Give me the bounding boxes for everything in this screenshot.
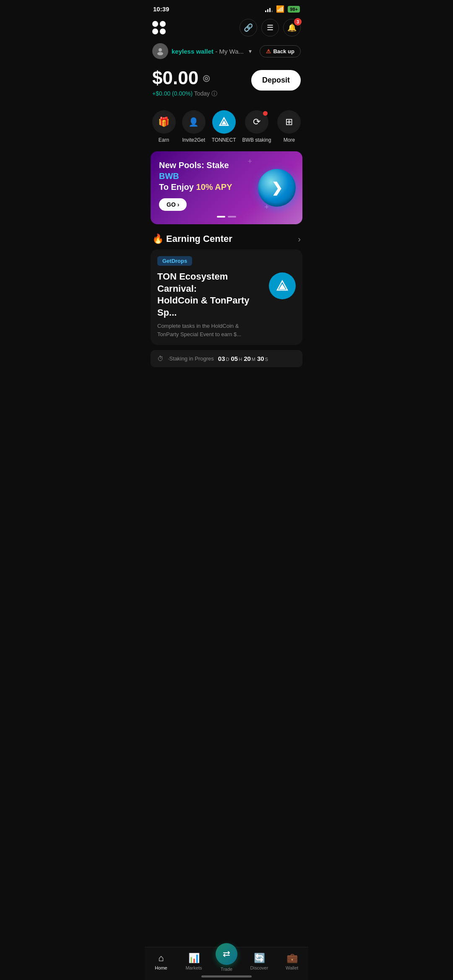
svg-point-0 — [159, 48, 162, 52]
bwb-icon-circle: ⟳ — [245, 110, 268, 134]
decoration-plus-1: + — [247, 157, 252, 166]
warning-icon: ⚠ — [266, 48, 271, 54]
card-description: Complete tasks in the HoldCoin &TonParty… — [157, 322, 264, 338]
wallet-avatar — [152, 43, 168, 59]
quick-actions: 🎁 Earn 👤 Invite2Get TONNECT ⟳ BWB stakin… — [145, 106, 308, 143]
promo-banner[interactable]: New Pools: Stake BWB To Enjoy 10% APY GO… — [151, 151, 302, 224]
tonnect-icon-circle — [212, 110, 236, 134]
earning-center-header: 🔥 Earning Center › — [145, 224, 308, 249]
staking-icon: ⏱ — [157, 355, 164, 362]
more-icon-circle: ⊞ — [277, 110, 301, 134]
person-add-icon: 👤 — [188, 117, 199, 127]
action-bwb[interactable]: ⟳ BWB staking — [242, 110, 271, 143]
banner-dots — [159, 216, 294, 218]
card-title: TON Ecosystem Carnival:HoldCoin & TonPar… — [157, 271, 264, 319]
staking-timer: 03 D 05 H 20 M 30 S — [218, 355, 268, 362]
timer-seconds: 30 S — [257, 355, 268, 362]
earning-center-title: 🔥 Earning Center — [152, 233, 232, 244]
more-label: More — [284, 137, 295, 143]
backup-button[interactable]: ⚠ Back up — [260, 45, 301, 57]
banner-dot-2[interactable] — [228, 216, 236, 218]
action-tonnect[interactable]: TONNECT — [212, 110, 236, 143]
balance-left: $0.00 ◎ +$0.00 (0.00%) Today ⓘ — [152, 67, 217, 98]
wifi-icon: 📶 — [276, 5, 284, 13]
menu-button[interactable]: ☰ — [261, 19, 279, 36]
gift-icon: 🎁 — [158, 117, 169, 127]
timer-days: 03 D — [218, 355, 229, 362]
balance-amount: $0.00 ◎ — [152, 67, 217, 88]
timer-hours: 05 H — [231, 355, 242, 362]
banner-go-button[interactable]: GO › — [159, 198, 187, 211]
notification-button[interactable]: 🔔 3 — [283, 19, 301, 36]
balance-section: $0.00 ◎ +$0.00 (0.00%) Today ⓘ Deposit — [145, 66, 308, 106]
tonnect-label: TONNECT — [212, 137, 236, 143]
earn-label: Earn — [159, 137, 169, 143]
card-content: TON Ecosystem Carnival:HoldCoin & TonPar… — [157, 271, 296, 338]
banner-coin-graphic: ❯ — [258, 169, 296, 207]
decoration-plus-2: + — [264, 203, 269, 212]
staking-label: ·Staking in Progres — [168, 355, 214, 362]
balance-change: +$0.00 (0.00%) Today ⓘ — [152, 90, 217, 98]
status-time: 10:39 — [153, 5, 169, 13]
app-logo[interactable] — [152, 21, 167, 34]
earning-card[interactable]: GetDrops TON Ecosystem Carnival:HoldCoin… — [151, 249, 302, 345]
earning-center-arrow-icon[interactable]: › — [298, 234, 301, 244]
banner-title: New Pools: Stake BWB To Enjoy 10% APY — [159, 160, 233, 192]
battery-indicator: 98+ — [288, 6, 300, 13]
status-right: 📶 98+ — [265, 5, 300, 13]
wallet-title-area[interactable]: keyless wallet - My Wa... ▾ — [152, 43, 252, 59]
status-bar: 10:39 📶 98+ — [145, 0, 308, 16]
banner-dot-1[interactable] — [217, 216, 225, 218]
link-button[interactable]: 🔗 — [240, 19, 257, 36]
bwb-staking-icon: ⟳ — [253, 117, 260, 127]
wallet-header: keyless wallet - My Wa... ▾ ⚠ Back up — [145, 41, 308, 66]
wallet-chevron-icon: ▾ — [249, 48, 252, 54]
earn-icon-circle: 🎁 — [152, 110, 176, 134]
card-icon-circle — [269, 272, 296, 299]
action-earn[interactable]: 🎁 Earn — [152, 110, 176, 143]
invite-icon-circle: 👤 — [182, 110, 206, 134]
signal-icon — [265, 6, 273, 12]
notification-badge: 3 — [294, 18, 302, 26]
banner-text: New Pools: Stake BWB To Enjoy 10% APY GO… — [159, 160, 233, 211]
invite-label: Invite2Get — [182, 137, 205, 143]
bwb-notification-dot — [263, 111, 268, 116]
link-icon: 🔗 — [244, 23, 253, 32]
card-text-area: TON Ecosystem Carnival:HoldCoin & TonPar… — [157, 271, 264, 338]
action-more[interactable]: ⊞ More — [277, 110, 301, 143]
coin-arrow-icon: ❯ — [271, 180, 283, 196]
staking-progress-bar: ⏱ ·Staking in Progres 03 D 05 H 20 M 30 … — [151, 350, 302, 367]
tonnect-logo-icon — [218, 116, 230, 128]
balance-visibility-toggle[interactable]: ◎ — [203, 73, 210, 83]
menu-icon: ☰ — [267, 23, 273, 32]
timer-minutes: 20 M — [244, 355, 255, 362]
top-nav: 🔗 ☰ 🔔 3 — [145, 16, 308, 41]
action-invite[interactable]: 👤 Invite2Get — [182, 110, 206, 143]
grid-icon: ⊞ — [285, 117, 293, 127]
svg-point-1 — [157, 52, 163, 55]
nav-icons: 🔗 ☰ 🔔 3 — [240, 19, 301, 36]
deposit-button[interactable]: Deposit — [251, 70, 301, 91]
getdrops-badge: GetDrops — [157, 256, 192, 266]
wallet-name: keyless wallet - My Wa... — [172, 48, 244, 55]
bwb-label: BWB staking — [242, 137, 271, 143]
card-tonnect-icon — [275, 278, 290, 293]
